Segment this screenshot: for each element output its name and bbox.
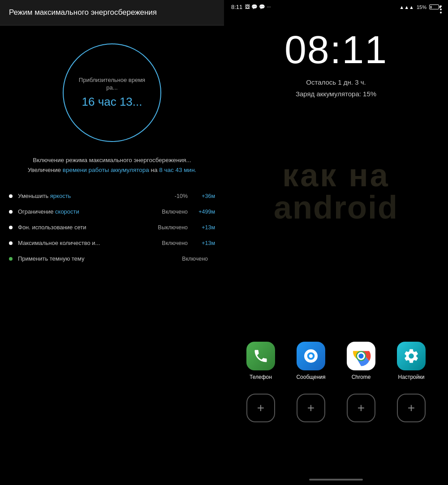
app-chrome[interactable]: Chrome <box>341 342 381 380</box>
add-button-2[interactable]: + <box>297 394 325 422</box>
bullet-brightness <box>9 194 13 198</box>
add-button-1[interactable]: + <box>246 394 275 422</box>
bullet-max-apps <box>9 241 13 245</box>
battery-icon <box>429 4 441 9</box>
info-time-highlight: 8 час 43 мин. <box>159 167 196 173</box>
setting-dark-theme-status: Включено <box>182 256 208 262</box>
settings-label: Настройки <box>398 374 425 380</box>
setting-brightness[interactable]: Уменьшить яркость -10% +36м <box>0 188 224 204</box>
setting-bg-network-status: Выключено <box>158 224 188 231</box>
setting-max-apps-gain: +13м <box>195 240 215 246</box>
setting-speed[interactable]: Ограничение скорости Включено +499м <box>0 204 224 219</box>
home-indicator <box>309 479 363 481</box>
battery-charge: Заряд аккумулятора: 15% <box>296 88 376 100</box>
bullet-bg-network <box>9 226 13 229</box>
overflow-menu-button[interactable] <box>440 5 442 13</box>
circle-section: Приблизительное время ра... 16 час 13... <box>0 26 224 151</box>
setting-dark-theme[interactable]: Применить темную тему Включено <box>0 251 224 266</box>
add-slot-3[interactable]: + <box>341 394 381 422</box>
app-phone[interactable]: Телефон <box>241 342 280 380</box>
svg-point-5 <box>358 353 363 358</box>
main-clock: 08:11 <box>284 30 388 69</box>
info-highlight: времени работы аккумулятора <box>63 167 149 173</box>
messages-label: Сообщения <box>296 374 325 380</box>
bullet-dark-theme <box>9 257 13 261</box>
setting-max-apps-name: Максимальное количество и... <box>18 240 162 246</box>
info-text2: Увеличение <box>28 167 63 173</box>
setting-dark-theme-name: Применить темную тему <box>18 255 182 262</box>
left-header: Режим максимального энергосбережения <box>0 0 224 26</box>
add-button-3[interactable]: + <box>347 394 375 422</box>
bullet-speed <box>9 210 13 214</box>
setting-brightness-name: Уменьшить яркость <box>18 193 175 199</box>
left-panel: Режим максимального энергосбережения При… <box>0 0 224 485</box>
app-settings[interactable]: Настройки <box>392 342 431 380</box>
right-panel: 8:11 🖼 💬 💬 ··· ▲▲▲ 15% 08:11 Осталось 1 … <box>224 0 448 485</box>
phone-label: Телефон <box>250 374 272 380</box>
watermark-line1: как на <box>224 157 448 193</box>
setting-brightness-status: -10% <box>175 193 188 199</box>
watermark-line2: android <box>224 189 448 226</box>
status-time: 8:11 🖼 💬 💬 ··· <box>231 4 271 10</box>
main-app-row: Телефон Сообщения <box>241 342 431 380</box>
add-slot-2[interactable]: + <box>291 394 331 422</box>
settings-list: Уменьшить яркость -10% +36м Ограничение … <box>0 184 224 271</box>
circle-label: Приблизительное время ра... <box>73 77 151 92</box>
status-bar: 8:11 🖼 💬 💬 ··· ▲▲▲ 15% <box>224 0 448 12</box>
chrome-icon <box>347 342 375 370</box>
info-section: Включение режима максимального энергосбе… <box>0 151 224 184</box>
battery-circle: Приблизительное время ра... 16 час 13... <box>63 43 161 142</box>
add-slot-1[interactable]: + <box>241 394 280 422</box>
add-button-4[interactable]: + <box>397 394 426 422</box>
setting-bg-network-name: Фон. использование сети <box>18 224 158 231</box>
left-title: Режим максимального энергосбережения <box>9 8 157 17</box>
setting-speed-name: Ограничение скорости <box>18 208 162 215</box>
setting-max-apps-status: Включено <box>162 240 188 246</box>
bottom-bar <box>224 479 448 481</box>
setting-brightness-gain: +36м <box>195 193 215 199</box>
phone-icon <box>246 342 275 370</box>
setting-max-apps[interactable]: Максимальное количество и... Включено +1… <box>0 235 224 251</box>
status-right-icons: ▲▲▲ 15% <box>399 4 441 10</box>
add-buttons-row: + + + + <box>241 394 431 422</box>
svg-point-2 <box>309 354 313 358</box>
app-messages[interactable]: Сообщения <box>291 342 331 380</box>
clock-section: 08:11 Осталось 1 дн. 3 ч. Заряд аккумуля… <box>224 12 448 104</box>
info-line1: Включение режима максимального энергосбе… <box>13 155 211 165</box>
settings-icon <box>397 342 426 370</box>
apps-grid: Телефон Сообщения <box>224 342 448 422</box>
status-notification-icons: 🖼 💬 💬 ··· <box>245 4 271 10</box>
add-slot-4[interactable]: + <box>392 394 431 422</box>
battery-info: Осталось 1 дн. 3 ч. Заряд аккумулятора: … <box>296 77 376 99</box>
chrome-label: Chrome <box>352 374 371 380</box>
battery-remaining: Осталось 1 дн. 3 ч. <box>296 77 376 88</box>
watermark: как на android <box>224 157 448 226</box>
info-text3: на <box>149 167 159 173</box>
setting-speed-status: Включено <box>162 209 188 215</box>
battery-percent: 15% <box>417 4 426 10</box>
setting-bg-network-gain: +13м <box>195 224 215 231</box>
circle-time: 16 час 13... <box>82 95 142 109</box>
setting-speed-gain: +499м <box>195 209 215 215</box>
messages-icon <box>297 342 325 370</box>
info-line2: Увеличение времени работы аккумулятора н… <box>13 165 211 175</box>
signal-icon: ▲▲▲ <box>399 4 414 10</box>
setting-background-network[interactable]: Фон. использование сети Выключено +13м <box>0 219 224 235</box>
